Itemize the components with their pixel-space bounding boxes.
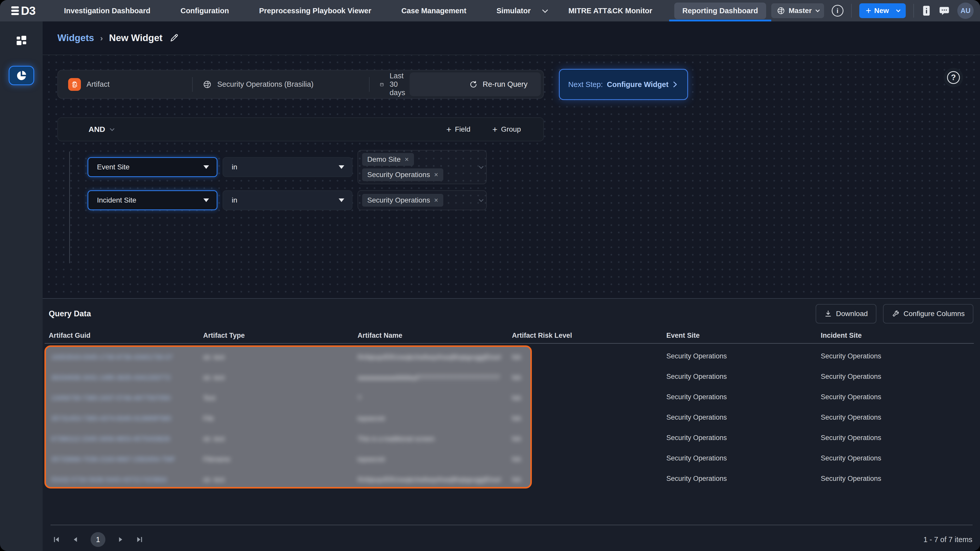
redacted-name: aaaaaaaaaaddddepf77777777777777777777777… [358, 374, 501, 382]
redacted-risk: NA [512, 455, 521, 463]
avatar[interactable]: AU [957, 3, 974, 19]
time-range-selector[interactable]: Last 30 days [369, 72, 410, 97]
nav-tab-investigation-dashboard[interactable]: Investigation Dashboard [51, 0, 164, 21]
table-header-row: Artifact GuidArtifact TypeArtifact NameA… [43, 329, 980, 342]
divider [913, 4, 914, 17]
filter-operator-dropdown[interactable]: AND [89, 125, 113, 134]
nav-tab-reporting-dashboard[interactable]: Reporting Dashboard [669, 0, 771, 21]
filter-operator-dropdown[interactable]: in [223, 157, 352, 177]
column-header-artifact-name[interactable]: Artifact Name [358, 332, 512, 340]
redacted-risk: NA [512, 414, 521, 422]
chevron-down-icon [815, 8, 820, 12]
pagination-divider [51, 525, 973, 525]
filter-rows: Event SiteinDemo Site×Security Operation… [88, 150, 487, 210]
redacted-guid: 55432-5734-5636-5443-437217423664 [51, 476, 167, 484]
release-notes-icon[interactable] [921, 5, 931, 16]
nav-tab-simulator[interactable]: Simulator [483, 0, 552, 21]
redacted-name: topsecret [358, 455, 385, 463]
filter-field-dropdown[interactable]: Incident Site [88, 190, 218, 210]
redacted-risk: NA [512, 476, 521, 484]
column-header-artifact-risk-level[interactable]: Artifact Risk Level [512, 332, 667, 340]
next-page-button[interactable] [117, 536, 124, 543]
nav-tabs: Investigation DashboardConfigurationPrep… [51, 0, 771, 21]
remove-tag-icon[interactable]: × [405, 156, 409, 164]
sidebar-item-widgets[interactable] [9, 66, 34, 85]
remove-tag-icon[interactable]: × [434, 197, 438, 204]
redacted-row: 13456730-7365-2437-5746-4977507050Text?N… [46, 388, 530, 408]
redacted-name: topsecret [358, 414, 385, 422]
remove-tag-icon[interactable]: × [434, 171, 438, 179]
next-step-button[interactable]: Next Step: Configure Widget [559, 69, 688, 100]
table-header-divider [45, 343, 974, 344]
nav-tab-preprocessing-playbook-viewer[interactable]: Preprocessing Playbook Viewer [246, 0, 385, 21]
redacted-row: 35733666-7036-2163-9667-2363454-TMFFilen… [46, 449, 530, 469]
nav-tab-mitre-att-ck-monitor[interactable]: MITRE ATT&CK Monitor [555, 0, 666, 21]
previous-page-button[interactable] [72, 536, 79, 543]
event-site-cell: Security Operations [667, 393, 821, 401]
filter-row: Incident SiteinSecurity Operations× [88, 190, 487, 210]
breadcrumb-widgets-link[interactable]: Widgets [57, 33, 94, 43]
column-header-artifact-type[interactable]: Artifact Type [203, 332, 358, 340]
sidebar-item-dashboards[interactable] [15, 34, 28, 48]
filter-values-multiselect[interactable]: Demo Site×Security Operations× [358, 150, 487, 184]
d3-logo[interactable]: D3 [11, 4, 35, 17]
site-label: Security Operations (Brasilia) [217, 80, 313, 89]
last-page-button[interactable] [136, 536, 143, 543]
sidebar [0, 21, 43, 551]
dashboard-grid-icon [15, 34, 28, 47]
master-site-selector[interactable]: Master [771, 3, 824, 18]
incident-site-cell: Security Operations [821, 393, 975, 401]
redacted-row: 55432-5734-5636-5443-437217423664str. te… [46, 469, 530, 489]
filter-field-dropdown[interactable]: Event Site [88, 157, 218, 177]
items-count-label: 1 - 7 of 7 items [923, 528, 972, 551]
incident-site-cell: Security Operations [821, 373, 975, 381]
redacted-row: 36334936-3431-1485-3635-4341333772str. t… [46, 367, 530, 388]
column-header-event-site[interactable]: Event Site [667, 332, 821, 340]
column-header-incident-site[interactable]: Incident Site [821, 332, 975, 340]
caret-down-icon [339, 198, 344, 202]
nav-tab-label: Reporting Dashboard [674, 3, 766, 19]
question-mark-icon: ? [947, 71, 960, 84]
nav-tab-configuration[interactable]: Configuration [167, 0, 242, 21]
refresh-icon [469, 80, 477, 89]
redacted-guid: 35731453-7365-4374-8345-013995P365 [51, 414, 171, 422]
nav-tab-label: Investigation Dashboard [56, 3, 159, 19]
redacted-guid: 67366112-2345-3456-9653-4575433626 [51, 435, 170, 443]
info-icon[interactable]: i [832, 5, 843, 17]
app-window: D3 Investigation DashboardConfigurationP… [0, 0, 980, 551]
filter-values-multiselect[interactable]: Security Operations× [358, 190, 487, 210]
add-group-button[interactable]: + Group [492, 125, 521, 133]
next-step-label: Configure Widget [607, 80, 668, 89]
help-button[interactable]: ? [944, 68, 963, 87]
add-field-button[interactable]: + Field [446, 125, 471, 133]
filter-row: Event SiteinDemo Site×Security Operation… [88, 150, 487, 184]
incident-site-cell: Security Operations [821, 413, 975, 421]
filter-group-bar: AND + Field + Group [57, 118, 544, 141]
filter-operator-dropdown[interactable]: in [223, 190, 352, 210]
rerun-query-button[interactable]: Re-run Query [410, 73, 541, 96]
chevron-down-icon [479, 164, 484, 168]
redacted-risk: NA [512, 394, 521, 402]
edit-title-button[interactable] [169, 33, 179, 43]
nav-tab-label: Configuration [172, 3, 237, 19]
chevron-down-icon [479, 197, 484, 202]
event-site-cell: Security Operations [667, 413, 821, 421]
datasource-selector[interactable]: Artifact [58, 78, 192, 91]
filter-field-value: Event Site [97, 163, 130, 171]
download-button[interactable]: Download [816, 304, 877, 324]
nav-tab-case-management[interactable]: Case Management [388, 0, 480, 21]
site-selector[interactable]: Security Operations (Brasilia) [192, 80, 369, 89]
chevron-down-icon [542, 7, 548, 13]
configure-columns-button[interactable]: Configure Columns [883, 304, 974, 324]
column-header-artifact-guid[interactable]: Artifact Guid [49, 332, 203, 340]
filter-tag: Security Operations× [362, 194, 443, 206]
redacted-type: str. text [203, 435, 224, 443]
redacted-type: str. text [203, 374, 224, 382]
new-button[interactable]: + New [859, 3, 906, 18]
table-body: 19353543-0345-1730-9736-43401730-07str. … [43, 346, 980, 489]
filter-tags: Demo Site×Security Operations× [362, 153, 476, 181]
first-page-button[interactable] [53, 536, 60, 543]
redacted-guid: 35733666-7036-2163-9667-2363454-TMF [51, 455, 175, 463]
chat-icon[interactable] [939, 5, 950, 16]
page-number-button[interactable]: 1 [91, 532, 105, 547]
